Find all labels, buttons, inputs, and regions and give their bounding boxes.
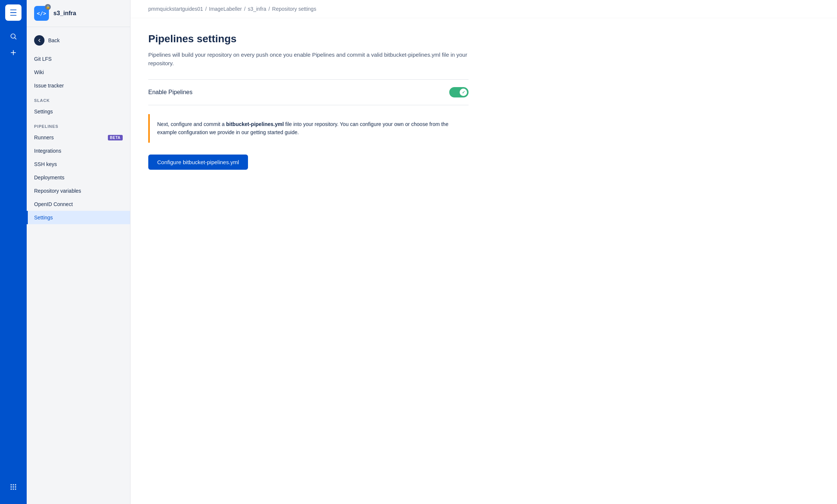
page-title: Pipelines settings — [148, 33, 469, 45]
sidebar-item-runners[interactable]: Runners BETA — [27, 131, 130, 144]
breadcrumb-org[interactable]: pmmquickstartguides01 — [148, 6, 203, 12]
breadcrumb-project[interactable]: ImageLabeller — [209, 6, 242, 12]
pipelines-section-label: PIPELINES — [27, 118, 130, 131]
svg-rect-4 — [11, 484, 12, 485]
sidebar-item-deployments[interactable]: Deployments — [27, 171, 130, 184]
sidebar-nav: Back Git LFS Wiki Issue tracker SLACK Se… — [27, 27, 130, 504]
svg-rect-12 — [15, 488, 16, 490]
sidebar-item-issue-tracker[interactable]: Issue tracker — [27, 79, 130, 92]
beta-badge: BETA — [108, 135, 123, 140]
sidebar-item-repo-variables[interactable]: Repository variables — [27, 184, 130, 198]
enable-label: Enable Pipelines — [148, 89, 192, 96]
main-content: pmmquickstartguides01 / ImageLabeller / … — [130, 0, 837, 504]
icon-bar — [0, 0, 27, 504]
info-box: Next, configure and commit a bitbucket-p… — [148, 114, 469, 143]
svg-rect-10 — [11, 488, 12, 490]
breadcrumb-current: Repository settings — [272, 6, 316, 12]
sidebar-item-ssh-keys[interactable]: SSH keys — [27, 158, 130, 171]
sidebar-item-wiki[interactable]: Wiki — [27, 66, 130, 79]
svg-line-1 — [15, 38, 16, 39]
repo-icon: </> 🔒 — [34, 6, 49, 21]
repo-name: s3_infra — [53, 10, 76, 17]
toggle-check-icon: ✓ — [462, 90, 465, 95]
grid-icon[interactable] — [7, 480, 20, 494]
svg-rect-5 — [13, 484, 14, 485]
breadcrumb-sep-2: / — [244, 6, 245, 12]
enable-pipelines-row: Enable Pipelines ✓ — [148, 80, 469, 105]
svg-rect-9 — [15, 486, 16, 487]
sidebar-item-integrations[interactable]: Integrations — [27, 144, 130, 158]
toggle-wrapper: ✓ — [449, 87, 469, 97]
back-circle-icon — [34, 35, 44, 46]
svg-rect-11 — [13, 488, 14, 490]
back-button[interactable]: Back — [27, 32, 130, 49]
app-logo[interactable] — [5, 4, 21, 21]
sidebar-item-slack-settings[interactable]: Settings — [27, 105, 130, 118]
sidebar: </> 🔒 s3_infra Back Git LFS Wiki Issue t… — [27, 0, 130, 504]
slack-section-label: SLACK — [27, 92, 130, 105]
lock-icon: 🔒 — [45, 4, 51, 10]
page-description: Pipelines will build your repository on … — [148, 51, 469, 67]
sidebar-item-git-lfs[interactable]: Git LFS — [27, 52, 130, 66]
breadcrumb-sep-1: / — [205, 6, 207, 12]
page-content: Pipelines settings Pipelines will build … — [130, 18, 486, 185]
svg-rect-8 — [13, 486, 14, 487]
sidebar-header: </> 🔒 s3_infra — [27, 0, 130, 27]
sidebar-item-pipelines-settings[interactable]: Settings — [27, 211, 130, 224]
back-label: Back — [48, 37, 60, 43]
configure-button[interactable]: Configure bitbucket-pipelines.yml — [148, 155, 248, 170]
toggle-track: ✓ — [449, 87, 469, 97]
breadcrumb-repo[interactable]: s3_infra — [248, 6, 266, 12]
toggle-thumb: ✓ — [460, 89, 467, 96]
add-icon[interactable] — [7, 46, 20, 59]
breadcrumb-sep-3: / — [268, 6, 270, 12]
breadcrumb: pmmquickstartguides01 / ImageLabeller / … — [130, 0, 837, 18]
search-icon[interactable] — [7, 30, 20, 43]
svg-rect-7 — [11, 486, 12, 487]
sidebar-item-openid-connect[interactable]: OpenID Connect — [27, 198, 130, 211]
info-text: Next, configure and commit a bitbucket-p… — [157, 120, 461, 137]
enable-pipelines-toggle[interactable]: ✓ — [449, 87, 469, 97]
svg-rect-6 — [15, 484, 16, 485]
